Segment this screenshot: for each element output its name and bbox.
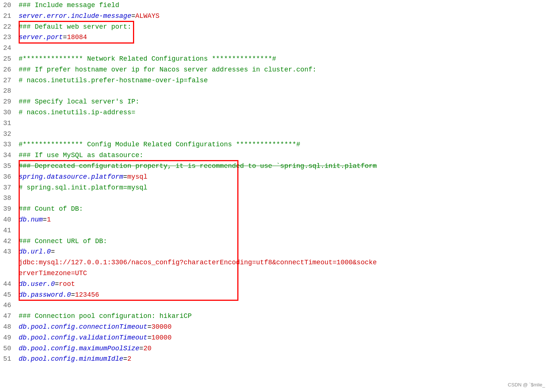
line-content bbox=[19, 225, 551, 236]
code-token: = bbox=[63, 34, 67, 41]
line-number: 34 bbox=[0, 150, 19, 161]
code-line: 22### Default web server port: bbox=[0, 22, 551, 32]
line-number: 47 bbox=[0, 311, 19, 322]
line-content bbox=[19, 129, 551, 140]
line-content: db.pool.config.maximumPoolSize=20 bbox=[19, 343, 551, 354]
line-number: 50 bbox=[0, 343, 19, 354]
code-token: = bbox=[55, 280, 59, 288]
line-number: 48 bbox=[0, 322, 19, 332]
code-line: 26### If prefer hostname over ip for Nac… bbox=[0, 64, 551, 75]
code-line: 48db.pool.config.connectionTimeout=30000 bbox=[0, 322, 551, 332]
code-token: db.pool.config.maximumPoolSize bbox=[19, 345, 139, 352]
line-content: # nacos.inetutils.prefer-hostname-over-i… bbox=[19, 75, 551, 86]
code-line: 43db.url.0= bbox=[0, 246, 551, 257]
code-token: = bbox=[43, 216, 47, 223]
line-content: ### Default web server port: bbox=[19, 22, 551, 32]
code-token: 20 bbox=[143, 345, 152, 352]
code-token: = bbox=[71, 291, 75, 299]
line-number: 23 bbox=[0, 32, 19, 43]
code-token: db.num bbox=[19, 216, 43, 223]
line-number: 36 bbox=[0, 172, 19, 182]
line-content: db.user.0=root bbox=[19, 279, 551, 290]
line-content: ### Specify local server's IP: bbox=[19, 96, 551, 107]
line-number: 30 bbox=[0, 107, 19, 118]
line-content: ### Count of DB: bbox=[19, 204, 551, 214]
line-content bbox=[19, 118, 551, 129]
code-token: # nacos.inetutils.ip-address= bbox=[19, 109, 135, 116]
line-number: 29 bbox=[0, 96, 19, 107]
code-token: 2 bbox=[127, 355, 132, 363]
code-token: ### Include message field bbox=[19, 1, 119, 9]
code-line: erverTimezone=UTC bbox=[0, 268, 551, 279]
line-content: db.password.0=123456 bbox=[19, 290, 551, 300]
code-token: # spring.sql.init.platform=mysql bbox=[19, 184, 148, 191]
line-number: 26 bbox=[0, 64, 19, 75]
line-content: ### If prefer hostname over ip for Nacos… bbox=[19, 64, 551, 75]
code-token: spring.datasource.platform bbox=[19, 173, 123, 181]
code-token: 18084 bbox=[67, 34, 87, 41]
line-content: db.url.0= bbox=[19, 246, 551, 257]
code-token: ### Connection pool configuration: hikar… bbox=[19, 312, 191, 320]
line-number: 22 bbox=[0, 22, 19, 32]
line-content: # spring.sql.init.platform=mysql bbox=[19, 182, 551, 193]
code-token: ### If use MySQL as datasource: bbox=[19, 152, 143, 159]
code-token: mysql bbox=[127, 173, 148, 181]
line-content: #*************** Config Module Related C… bbox=[19, 139, 551, 150]
line-content bbox=[19, 193, 551, 204]
code-line: 46 bbox=[0, 300, 551, 311]
line-number: 41 bbox=[0, 225, 19, 236]
line-content: ### If use MySQL as datasource: bbox=[19, 150, 551, 161]
code-line: 37# spring.sql.init.platform=mysql bbox=[0, 182, 551, 193]
line-content: ### Include message field bbox=[19, 0, 551, 11]
code-line: 35### Deprecated configuration property,… bbox=[0, 161, 551, 172]
code-token: = bbox=[51, 248, 55, 255]
code-line: 45db.password.0=123456 bbox=[0, 290, 551, 300]
line-content: server.port=18084 bbox=[19, 32, 551, 43]
code-token: db.url.0 bbox=[19, 248, 51, 255]
code-line: 31 bbox=[0, 118, 551, 129]
line-number: 40 bbox=[0, 214, 19, 225]
code-line: 27# nacos.inetutils.prefer-hostname-over… bbox=[0, 75, 551, 86]
line-number: 42 bbox=[0, 236, 19, 247]
line-number: 33 bbox=[0, 139, 19, 150]
line-content: db.pool.config.minimumIdle=2 bbox=[19, 354, 551, 364]
code-line: 21server.error.include-message=ALWAYS bbox=[0, 11, 551, 22]
code-line: 44db.user.0=root bbox=[0, 279, 551, 290]
code-token: ### Connect URL of DB: bbox=[19, 238, 107, 245]
code-token: db.pool.config.minimumIdle bbox=[19, 355, 123, 363]
code-line: 50db.pool.config.maximumPoolSize=20 bbox=[0, 343, 551, 354]
line-content: erverTimezone=UTC bbox=[19, 268, 551, 279]
line-content: jdbc:mysql://127.0.0.1:3306/nacos_config… bbox=[19, 257, 551, 268]
code-token: db.pool.config.connectionTimeout bbox=[19, 323, 148, 331]
code-line: 41 bbox=[0, 225, 551, 236]
code-token: = bbox=[123, 355, 127, 363]
code-token: ### If prefer hostname over ip for Nacos… bbox=[19, 66, 316, 73]
line-number: 21 bbox=[0, 11, 19, 22]
code-line: 47### Connection pool configuration: hik… bbox=[0, 311, 551, 322]
code-token: server.port bbox=[19, 34, 63, 41]
line-number: 28 bbox=[0, 86, 19, 96]
line-content bbox=[19, 43, 551, 54]
line-content: server.error.include-message=ALWAYS bbox=[19, 11, 551, 22]
code-token: 10000 bbox=[151, 334, 171, 341]
code-line: 51db.pool.config.minimumIdle=2 bbox=[0, 354, 551, 364]
code-line: 29### Specify local server's IP: bbox=[0, 96, 551, 107]
code-line: 40db.num=1 bbox=[0, 214, 551, 225]
line-content: db.pool.config.connectionTimeout=30000 bbox=[19, 322, 551, 332]
code-token: 123456 bbox=[75, 291, 99, 299]
code-line: 39### Count of DB: bbox=[0, 204, 551, 214]
line-number: 37 bbox=[0, 182, 19, 193]
code-token: db.user.0 bbox=[19, 280, 55, 288]
code-token: = bbox=[148, 323, 152, 331]
watermark: CSDN @ `$mlie_ bbox=[508, 381, 545, 389]
line-number: 46 bbox=[0, 300, 19, 311]
code-token: jdbc:mysql://127.0.0.1:3306/nacos_config… bbox=[19, 259, 377, 266]
line-number: 25 bbox=[0, 54, 19, 64]
line-content: db.num=1 bbox=[19, 214, 551, 225]
line-number: 20 bbox=[0, 0, 19, 11]
line-content: #*************** Network Related Configu… bbox=[19, 54, 551, 64]
code-line: 32 bbox=[0, 129, 551, 140]
line-number: 38 bbox=[0, 193, 19, 204]
code-line: 34### If use MySQL as datasource: bbox=[0, 150, 551, 161]
line-content: ### Connect URL of DB: bbox=[19, 236, 551, 247]
